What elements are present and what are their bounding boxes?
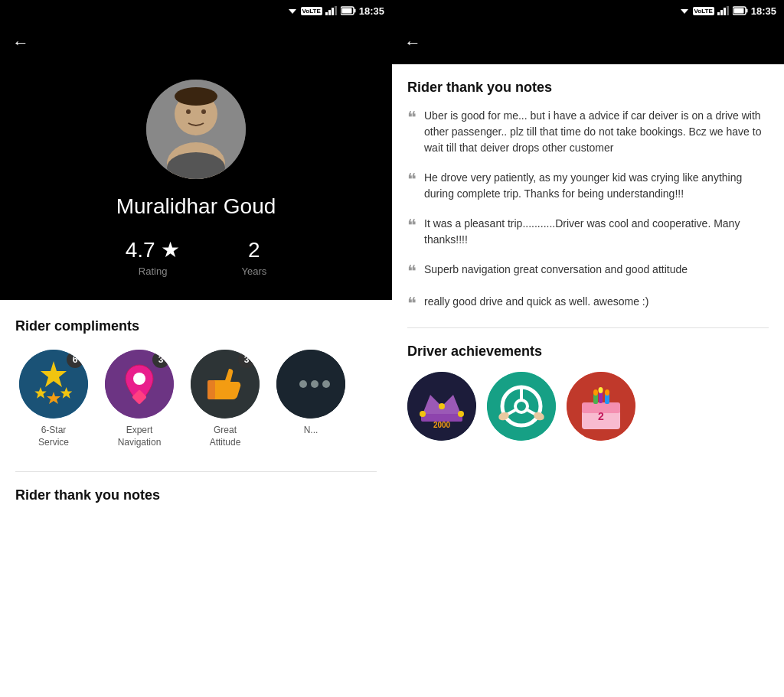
svg-rect-4 xyxy=(335,6,337,15)
left-top-bar: ← xyxy=(0,21,392,64)
svg-rect-7 xyxy=(341,8,351,14)
achievement-crown: 2000 xyxy=(407,372,476,441)
driver-name: Muralidhar Goud xyxy=(116,194,276,219)
svg-rect-31 xyxy=(720,10,723,15)
achievements-title: Driver achievements xyxy=(407,344,769,360)
svg-point-57 xyxy=(593,389,598,396)
svg-text:2000: 2000 xyxy=(433,421,451,429)
notes-title-left: Rider thank you notes xyxy=(15,487,377,503)
rating-label: Rating xyxy=(139,265,168,277)
stats-row: 4.7 ★ Rating 2 Years xyxy=(126,237,266,277)
svg-rect-44 xyxy=(487,372,556,441)
svg-point-42 xyxy=(458,411,464,417)
compliment-more-icon xyxy=(276,350,345,419)
left-panel: VoLTE 18:35 ← xyxy=(0,0,392,697)
svg-rect-2 xyxy=(328,10,331,15)
wifi-icon-right xyxy=(679,6,690,15)
svg-marker-29 xyxy=(681,9,688,14)
badge-navigation: 3 xyxy=(152,351,169,368)
volte-badge-left: VoLTE xyxy=(301,7,322,15)
compliment-att-icon: 3 xyxy=(191,350,260,419)
compliment-att-label: GreatAttitude xyxy=(210,425,241,448)
note-3: ❝ It was a pleasant trip...........Drive… xyxy=(407,216,769,248)
left-status-bar: VoLTE 18:35 xyxy=(0,0,392,21)
compliment-attitude: 3 GreatAttitude xyxy=(187,350,263,448)
note-4: ❝ Superb navigation great conversation a… xyxy=(407,262,769,280)
quote-icon-3: ❝ xyxy=(407,217,416,234)
svg-rect-1 xyxy=(325,12,328,15)
years-stat: 2 Years xyxy=(241,238,266,277)
signal-icon-left xyxy=(325,6,338,15)
quote-icon-5: ❝ xyxy=(407,295,416,312)
note-text-5: really good drive and quick as well. awe… xyxy=(424,294,648,310)
svg-point-40 xyxy=(420,411,426,417)
svg-rect-30 xyxy=(717,12,720,15)
svg-point-14 xyxy=(175,87,217,106)
time-right: 18:35 xyxy=(751,5,776,17)
svg-rect-24 xyxy=(207,380,215,399)
note-text-4: Superb navigation great conversation and… xyxy=(424,262,688,278)
badge-attitude: 3 xyxy=(238,351,255,368)
compliment-6star-icon: 6 xyxy=(19,350,88,419)
svg-rect-6 xyxy=(354,9,355,13)
svg-point-27 xyxy=(311,380,318,388)
note-2: ❝ He drove very patiently, as my younger… xyxy=(407,170,769,202)
compliment-nav-label: ExpertNavigation xyxy=(118,425,162,448)
svg-point-41 xyxy=(439,403,445,409)
svg-rect-35 xyxy=(746,9,747,13)
note-text-1: Uber is good for me... but i have a advi… xyxy=(424,108,769,156)
badge-6star: 6 xyxy=(67,351,83,368)
svg-point-26 xyxy=(299,380,307,388)
divider-compliments xyxy=(15,471,377,472)
compliment-6star: 6 6-StarService xyxy=(15,350,92,448)
wifi-icon xyxy=(287,6,298,15)
svg-rect-33 xyxy=(727,6,729,15)
right-status-bar: VoLTE 18:35 xyxy=(392,0,784,21)
quote-icon-1: ❝ xyxy=(407,109,416,126)
right-panel: VoLTE 18:35 ← Rider thank you notes ❝ Ub… xyxy=(392,0,784,697)
battery-icon-right xyxy=(733,6,748,15)
note-1: ❝ Uber is good for me... but i have a ad… xyxy=(407,108,769,156)
rating-stat: 4.7 ★ Rating xyxy=(126,237,181,277)
note-text-3: It was a pleasant trip...........Driver … xyxy=(424,216,769,248)
years-value: 2 xyxy=(248,238,260,262)
svg-marker-0 xyxy=(289,9,296,14)
achievement-cake: 2 xyxy=(567,372,635,441)
svg-point-61 xyxy=(599,387,603,393)
white-section: Rider compliments 6 6-StarService xyxy=(0,300,392,697)
quote-icon-4: ❝ xyxy=(407,263,416,280)
svg-point-58 xyxy=(605,389,609,396)
compliment-nav-icon: 3 xyxy=(105,350,174,419)
note-text-2: He drove very patiently, as my younger k… xyxy=(424,170,769,202)
svg-point-21 xyxy=(133,373,145,385)
svg-rect-32 xyxy=(724,8,726,15)
divider-notes xyxy=(407,327,769,328)
achievement-wheel xyxy=(487,372,556,441)
quote-icon-2: ❝ xyxy=(407,171,416,188)
compliments-row: 6 6-StarService 3 xyxy=(15,350,377,456)
svg-rect-3 xyxy=(332,8,334,15)
compliments-title: Rider compliments xyxy=(15,318,377,334)
rating-value: 4.7 ★ xyxy=(126,237,181,262)
compliment-more-label: N... xyxy=(304,425,318,437)
avatar xyxy=(146,80,246,179)
svg-rect-36 xyxy=(733,8,743,14)
back-button-right[interactable]: ← xyxy=(404,33,421,53)
compliment-6star-label: 6-StarService xyxy=(38,425,69,448)
achievements-row: 2000 xyxy=(407,372,769,441)
compliment-more: N... xyxy=(273,350,349,448)
years-label: Years xyxy=(241,265,266,277)
svg-point-12 xyxy=(186,109,191,114)
svg-point-28 xyxy=(322,380,330,388)
right-content: Rider thank you notes ❝ Uber is good for… xyxy=(392,64,784,697)
signal-icon-right xyxy=(717,6,730,15)
compliment-navigation: 3 ExpertNavigation xyxy=(101,350,178,448)
profile-section: Muralidhar Goud 4.7 ★ Rating 2 Years xyxy=(0,64,392,300)
back-button-left[interactable]: ← xyxy=(12,33,29,53)
note-5: ❝ really good drive and quick as well. a… xyxy=(407,294,769,312)
svg-text:2: 2 xyxy=(598,410,604,422)
svg-point-13 xyxy=(201,109,206,114)
notes-title-right: Rider thank you notes xyxy=(407,80,769,96)
battery-icon-left xyxy=(341,6,356,15)
right-top-bar: ← xyxy=(392,21,784,64)
